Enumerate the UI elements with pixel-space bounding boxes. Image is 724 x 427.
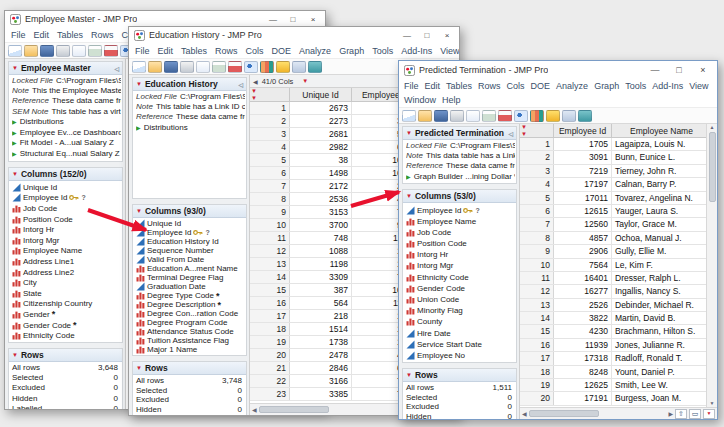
column-item[interactable]: Degree Type Code — [136, 291, 245, 300]
cell-employee-id[interactable]: 4857 — [554, 232, 612, 244]
table-variable[interactable]: ReferenceThese data came fro — [136, 112, 245, 122]
row-number[interactable]: 3 — [250, 128, 290, 140]
grid-view-button[interactable] — [689, 409, 701, 419]
cell-unique-id[interactable]: 3153 — [290, 206, 352, 218]
menu-item[interactable]: Rows — [475, 81, 504, 91]
copy-icon[interactable] — [72, 45, 86, 57]
table-variable[interactable]: SEM NoteThis table has a virt — [12, 107, 121, 117]
save-icon[interactable] — [434, 110, 448, 122]
columns-menu-icon[interactable] — [302, 78, 308, 84]
cell-unique-id[interactable]: 2673 — [290, 102, 352, 114]
cell-employee-name[interactable]: Ochoa, Manual J. — [612, 232, 706, 244]
row-number[interactable]: 7 — [250, 180, 290, 192]
rows-stat[interactable]: Selected0 — [12, 373, 121, 383]
cell-employee-name[interactable]: Jones, Julianne R. — [612, 339, 706, 351]
row-number[interactable]: 12 — [520, 285, 554, 297]
cell-employee-id[interactable]: 17197 — [554, 178, 612, 190]
collapse-panel-icon[interactable] — [238, 81, 243, 88]
scroll-thumb[interactable] — [259, 406, 329, 413]
row-number[interactable]: 19 — [250, 336, 290, 348]
cell-employee-id[interactable]: 17318 — [554, 352, 612, 364]
cell-employee-id[interactable]: 12615 — [554, 205, 612, 217]
titlebar[interactable]: Predicted Termination - JMP Pro — □ × — [399, 61, 717, 79]
column-item[interactable]: Education History Id — [136, 237, 245, 246]
cell-employee-name[interactable]: Yount, Daniel P. — [612, 366, 706, 378]
table-script[interactable]: Distributions — [136, 123, 245, 134]
table-row[interactable]: 18 8248 Yount, Daniel P. — [520, 366, 706, 379]
menu-item[interactable]: DOE — [268, 46, 296, 56]
cell-unique-id[interactable]: 3166 — [290, 375, 352, 387]
cell-unique-id[interactable]: 2478 — [290, 349, 352, 361]
menu-item[interactable]: Cols — [242, 46, 268, 56]
column-item[interactable]: Intorg Mgr — [406, 260, 515, 271]
new-data-table-icon[interactable] — [8, 45, 22, 57]
cell-employee-name[interactable]: Debinder, Michael R. — [612, 299, 706, 311]
row-number[interactable]: 3 — [520, 165, 554, 177]
column-switcher-icon[interactable] — [578, 110, 592, 122]
column-item[interactable]: Tuition Assistance Flag — [136, 336, 245, 345]
table-variable[interactable]: Locked FileC:\Program Files\SAS\J — [406, 141, 515, 151]
rows-panel-header[interactable]: Rows — [9, 349, 122, 362]
titlebar[interactable]: Education History - JMP Pro — □ × — [129, 27, 459, 43]
rows-stat[interactable]: Excluded0 — [406, 402, 515, 412]
cell-employee-id[interactable]: 8248 — [554, 366, 612, 378]
cell-employee-name[interactable]: Ingallis, Nancy S. — [612, 285, 706, 297]
table-variable[interactable]: Locked FileC:\Program Files\SA — [12, 76, 121, 86]
copy-icon[interactable] — [196, 61, 210, 73]
table-row[interactable]: 5 17011 Tovarez, Angelina N. — [520, 192, 706, 205]
fit-y-by-x-icon[interactable] — [514, 110, 528, 122]
data-filter-icon[interactable] — [562, 110, 576, 122]
cell-unique-id[interactable]: 1738 — [290, 336, 352, 348]
column-item[interactable]: Hire Date — [406, 327, 515, 338]
scroll-thumb[interactable] — [529, 410, 599, 417]
scroll-up-icon[interactable] — [710, 125, 715, 130]
rows-menu-icon[interactable] — [521, 131, 527, 137]
cell-employee-id[interactable]: 16277 — [554, 285, 612, 297]
data-filter-icon[interactable] — [292, 61, 306, 73]
cell-employee-name[interactable]: Calnan, Barry P. — [612, 178, 706, 190]
row-number[interactable]: 8 — [520, 232, 554, 244]
row-number[interactable]: 2 — [520, 151, 554, 163]
column-item[interactable]: Education A...ment Name — [136, 264, 245, 273]
tabulate-icon[interactable] — [260, 61, 274, 73]
menu-item[interactable]: Graph — [335, 46, 368, 56]
rows-stat[interactable]: Selected0 — [136, 386, 245, 396]
copy-icon[interactable] — [466, 110, 480, 122]
row-number[interactable]: 15 — [250, 284, 290, 296]
menu-item[interactable]: Help — [439, 95, 464, 105]
graph-builder-icon[interactable] — [276, 61, 290, 73]
column-item[interactable]: Employee Id — [406, 204, 515, 215]
menu-item[interactable]: Edit — [30, 30, 54, 40]
cell-employee-name[interactable]: Tierney, John R. — [612, 165, 706, 177]
new-data-table-icon[interactable] — [132, 61, 146, 73]
column-item[interactable]: Unique Id — [136, 219, 245, 228]
column-switcher-icon[interactable] — [308, 61, 322, 73]
row-number[interactable]: 6 — [520, 205, 554, 217]
row-number[interactable]: 22 — [250, 375, 290, 387]
column-item[interactable]: Degree Description — [136, 300, 245, 309]
row-number[interactable]: 7 — [520, 218, 554, 230]
table-row[interactable]: 16 11939 Jones, Julianne R. — [520, 339, 706, 352]
cell-unique-id[interactable]: 2172 — [290, 180, 352, 192]
table-row[interactable]: 17 17318 Radloff, Ronald T. — [520, 352, 706, 365]
row-number[interactable]: 13 — [250, 258, 290, 270]
graph-builder-icon[interactable] — [546, 110, 560, 122]
column-item[interactable]: Major 1 Name — [136, 345, 245, 354]
menu-item[interactable]: Graph — [591, 81, 622, 91]
column-item[interactable]: Position Code — [12, 214, 121, 225]
cell-unique-id[interactable]: 1088 — [290, 245, 352, 257]
column-item[interactable]: Job Code — [406, 227, 515, 238]
scroll-left-icon[interactable] — [522, 411, 527, 417]
column-item[interactable]: Minority Flag — [406, 305, 515, 316]
cell-employee-name[interactable]: Bunn, Eunice L. — [612, 151, 706, 163]
columns-panel-header[interactable]: Columns (152/0) — [9, 168, 122, 181]
print-icon[interactable] — [56, 45, 70, 57]
new-data-table-icon[interactable] — [402, 110, 416, 122]
row-number[interactable]: 12 — [250, 245, 290, 257]
table-variable[interactable]: NoteThis data table has a Link ID — [406, 151, 515, 161]
table-row[interactable]: 7 12560 Taylor, Grace M. — [520, 218, 706, 231]
column-item[interactable]: City — [12, 277, 121, 288]
column-item[interactable]: Sequence Number — [136, 246, 245, 255]
row-number[interactable]: 5 — [520, 192, 554, 204]
menu-item[interactable]: Edit — [154, 46, 178, 56]
